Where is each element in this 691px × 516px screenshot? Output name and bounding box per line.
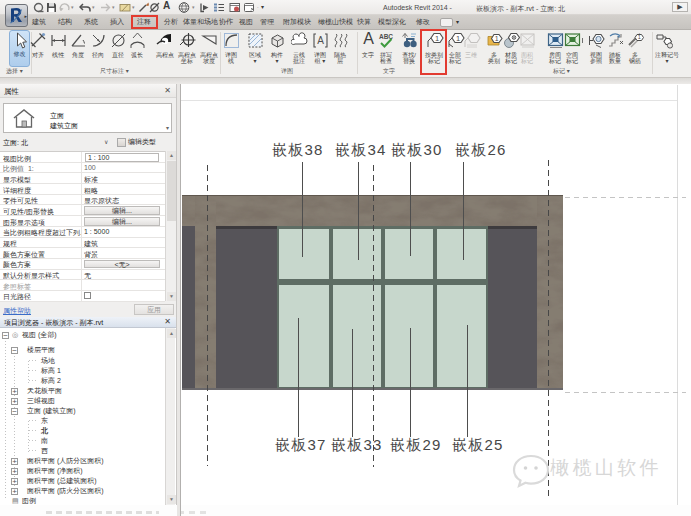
svg-text:1: 1	[456, 34, 460, 43]
svg-text:1: 1	[495, 35, 499, 42]
svg-text:1: 1	[638, 34, 641, 40]
svg-text:A: A	[317, 35, 324, 46]
